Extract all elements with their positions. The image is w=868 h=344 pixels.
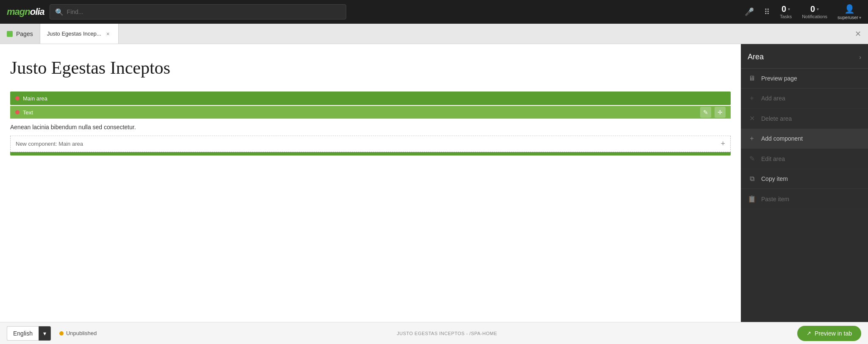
text-component: Text ✎ ✛ Aenean lacinia bibendum nulla s… (10, 106, 731, 136)
search-input[interactable] (67, 8, 341, 15)
tasks-chevron-icon: ▾ (788, 7, 790, 11)
right-panel-title: Area (748, 53, 764, 61)
language-dropdown-button[interactable]: ▾ (39, 326, 51, 341)
tasks-action[interactable]: 0 ▾ Tasks (780, 5, 792, 19)
main-area-bottom-bar (10, 152, 731, 155)
panel-item-copy-item[interactable]: ⧉ Copy item (741, 169, 868, 189)
panel-item-add-area-label: Add area (761, 95, 785, 102)
edit-area-icon: ✎ (748, 155, 756, 163)
tasks-label: Tasks (780, 14, 792, 19)
main-area-label: Main area (23, 95, 47, 102)
search-icon: 🔍 (55, 8, 64, 16)
text-component-label: Text (23, 109, 33, 116)
new-component-plus-icon: + (721, 139, 725, 148)
page-editor: Justo Egestas Inceptos Main area Text ✎ … (0, 44, 741, 322)
notifications-label: Notifications (802, 14, 827, 19)
panel-item-add-component[interactable]: + Add component (741, 129, 868, 149)
microphone-action[interactable]: 🎤 (745, 7, 754, 17)
preview-btn-label: Preview in tab (815, 330, 852, 337)
pages-tab-label: Pages (16, 31, 33, 37)
preview-btn-icon: ↗ (807, 330, 811, 336)
panel-item-paste-item-label: Paste item (761, 196, 789, 203)
grid-action[interactable]: ⠿ (764, 7, 770, 17)
new-component-label: New component: Main area (16, 141, 83, 147)
user-chevron-icon: ▾ (859, 15, 861, 20)
notifications-action[interactable]: 0 ▾ Notifications (802, 5, 827, 19)
delete-area-icon: ✕ (748, 114, 756, 122)
notifications-count: 0 (810, 5, 815, 13)
lang-chevron-icon: ▾ (43, 330, 46, 337)
panel-item-delete-area: ✕ Delete area (741, 108, 868, 129)
paste-item-icon: 📋 (748, 195, 756, 203)
preview-in-tab-button[interactable]: ↗ Preview in tab (797, 326, 861, 341)
main-area: Justo Egestas Inceptos Main area Text ✎ … (0, 44, 868, 322)
language-label: English (7, 326, 39, 341)
new-component-row[interactable]: New component: Main area + (10, 136, 731, 152)
right-panel-header: Area › (741, 44, 868, 68)
panel-item-preview-page[interactable]: 🖥 Preview page (741, 69, 868, 89)
nav-actions: 🎤 ⠿ 0 ▾ Tasks 0 ▾ Notifications 👤 superu… (745, 4, 861, 20)
text-component-actions: ✎ ✛ (700, 107, 726, 118)
microphone-icon: 🎤 (745, 7, 754, 17)
publish-status-badge: Unpublished (59, 330, 97, 336)
text-component-bar[interactable]: Text ✎ ✛ (10, 106, 731, 119)
text-edit-button[interactable]: ✎ (700, 107, 711, 118)
text-move-button[interactable]: ✛ (715, 107, 726, 118)
pages-icon (7, 31, 13, 37)
search-bar[interactable]: 🔍 (50, 4, 346, 19)
panel-item-preview-page-label: Preview page (761, 75, 797, 82)
user-menu[interactable]: 👤 superuser ▾ (837, 4, 861, 20)
page-path: JUSTO EGESTAS INCEPTOS - /spa-home (97, 331, 797, 336)
preview-page-icon: 🖥 (748, 75, 756, 82)
tasks-count: 0 (782, 5, 786, 13)
bottom-bar: English ▾ Unpublished JUSTO EGESTAS INCE… (0, 322, 868, 344)
user-icon: 👤 (844, 4, 855, 14)
tab-bar-spacer (119, 24, 848, 44)
add-component-icon: + (748, 135, 756, 142)
top-navigation: magnolia 🔍 🎤 ⠿ 0 ▾ Tasks 0 ▾ Notificatio… (0, 0, 868, 24)
notifications-chevron-icon: ▾ (817, 7, 819, 11)
right-panel-chevron-icon[interactable]: › (859, 54, 861, 61)
main-area-bar[interactable]: Main area (10, 92, 731, 105)
main-area-dot (15, 96, 19, 100)
panel-item-edit-area: ✎ Edit area (741, 149, 868, 169)
pages-tab[interactable]: Pages (0, 24, 40, 44)
copy-item-icon: ⧉ (748, 175, 756, 183)
page-title: Justo Egestas Inceptos (10, 58, 731, 78)
app-logo: magnolia (7, 6, 45, 17)
panel-item-edit-area-label: Edit area (761, 155, 785, 162)
panel-close-button[interactable]: ✕ (848, 24, 868, 44)
publish-status-label: Unpublished (66, 330, 97, 336)
main-area-component: Main area Text ✎ ✛ Aenean lacinia bibend… (10, 92, 731, 155)
grid-icon: ⠿ (764, 7, 770, 17)
add-area-icon: + (748, 94, 756, 102)
unpublished-dot-icon (59, 331, 64, 336)
tab-bar: Pages Justo Egestas Incep... × ✕ (0, 24, 868, 44)
right-panel: Area › 🖥 Preview page + Add area ✕ Delet… (741, 44, 868, 322)
active-tab-label: Justo Egestas Incep... (47, 31, 101, 37)
text-content: Aenean lacinia bibendum nulla sed consec… (10, 119, 731, 136)
panel-item-add-area: + Add area (741, 89, 868, 108)
tab-close-button[interactable]: × (105, 30, 111, 38)
panel-item-paste-item: 📋 Paste item (741, 189, 868, 209)
user-label: superuser (837, 15, 858, 20)
panel-item-copy-item-label: Copy item (761, 175, 788, 182)
language-selector[interactable]: English ▾ (7, 326, 51, 341)
panel-item-add-component-label: Add component (761, 135, 803, 142)
text-dot (15, 110, 19, 114)
panel-item-delete-area-label: Delete area (761, 115, 792, 122)
active-tab[interactable]: Justo Egestas Incep... × (40, 24, 119, 44)
